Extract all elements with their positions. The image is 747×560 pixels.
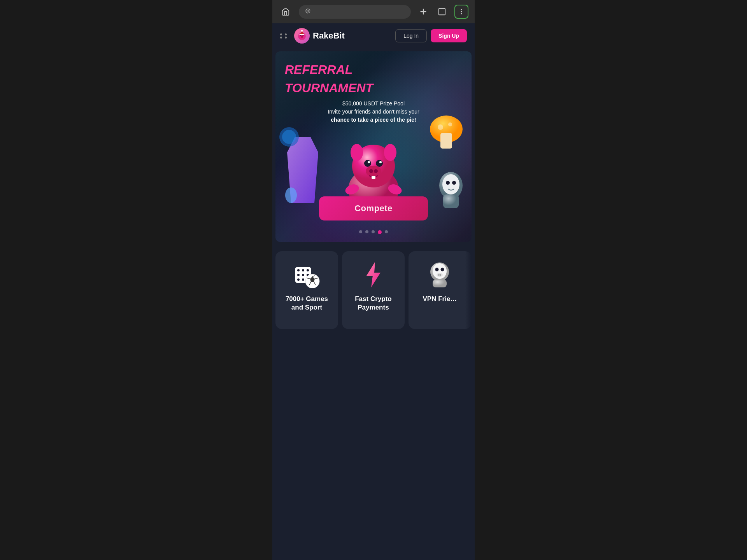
svg-point-56 [297,278,300,281]
add-tab-button[interactable] [417,5,430,18]
svg-point-69 [435,268,439,271]
compete-button[interactable]: Compete [319,196,428,220]
svg-point-28 [368,161,370,163]
svg-point-32 [374,169,378,173]
feature-card-games[interactable]: 7000+ Games and Sport [275,251,338,329]
svg-point-72 [438,274,440,276]
carousel-dot-2[interactable] [365,230,368,233]
svg-point-54 [302,274,304,276]
robot-character [435,168,468,211]
carousel-dot-3[interactable] [372,230,375,233]
blob-decoration [277,125,301,149]
hero-title-line1: REFERRAL [285,63,462,77]
svg-rect-8 [439,9,445,15]
svg-point-11 [461,13,462,14]
carousel-dots [359,230,388,234]
svg-point-45 [452,181,456,185]
carousel-dot-5[interactable] [385,230,388,233]
svg-point-70 [441,268,444,271]
menu-dot [285,33,287,35]
svg-point-9 [461,9,462,10]
svg-point-57 [302,278,304,281]
site-header: RakeBit Log In Sign Up [272,23,475,48]
games-label: 7000+ Games and Sport [282,295,332,312]
svg-point-31 [369,169,373,173]
login-button[interactable]: Log In [395,29,427,42]
svg-point-43 [442,174,459,194]
browser-actions [417,5,468,19]
svg-point-10 [461,11,462,12]
feature-card-crypto[interactable]: Fast Crypto Payments [342,251,405,329]
svg-point-26 [364,160,371,167]
feature-card-vpn[interactable]: VPN Frie… [409,251,471,329]
header-buttons: Log In Sign Up [395,29,467,42]
signup-button[interactable]: Sign Up [431,29,467,42]
features-section: 7000+ Games and Sport [272,245,475,560]
carousel-dot-1[interactable] [359,230,362,233]
svg-point-29 [379,161,382,163]
browser-menu-button[interactable] [454,5,468,19]
svg-point-0 [306,9,310,13]
svg-marker-66 [366,262,381,287]
svg-rect-74 [433,280,447,287]
logo[interactable]: RakeBit [294,28,345,44]
header-left: RakeBit [280,28,345,44]
svg-point-51 [302,269,304,271]
svg-point-17 [301,37,302,37]
hero-prize-text: $50,000 USDT Prize Pool Invite your frie… [285,100,462,124]
svg-point-39 [438,124,443,130]
svg-rect-20 [300,34,305,35]
svg-point-53 [297,274,300,276]
svg-point-44 [446,181,450,185]
svg-point-21 [301,30,303,32]
svg-point-34 [351,144,363,161]
crypto-label: Fast Crypto Payments [348,295,398,312]
lightning-icon [359,261,387,289]
svg-rect-41 [440,133,452,149]
svg-point-52 [307,269,309,271]
svg-point-16 [301,36,303,38]
svg-point-73 [440,274,441,276]
svg-point-35 [384,144,396,161]
svg-point-1 [307,10,309,12]
menu-dot [285,37,287,38]
address-bar[interactable] [299,5,411,19]
browser-chrome [272,0,475,23]
games-icon [293,261,321,289]
svg-point-27 [376,160,383,167]
website-content: RakeBit Log In Sign Up REFERRAL TOURNAME… [272,23,475,560]
carousel-dot-4[interactable] [378,230,382,234]
hero-banner: REFERRAL TOURNAMENT $50,000 USDT Prize P… [275,51,472,242]
hero-characters [275,110,472,211]
svg-point-18 [302,37,303,37]
svg-point-23 [285,187,297,203]
svg-point-48 [282,130,296,144]
hamburger-menu[interactable] [280,33,288,38]
vpn-label: VPN Frie… [423,295,457,303]
tabs-button[interactable] [436,5,448,18]
menu-dot [280,37,282,38]
svg-rect-46 [443,194,459,208]
hero-title-line2: TOURNAMENT [285,81,462,95]
logo-icon [294,28,310,44]
partial-overlay [465,251,471,329]
svg-rect-33 [372,176,375,179]
features-grid: 7000+ Games and Sport [275,251,472,329]
hero-content: REFERRAL TOURNAMENT $50,000 USDT Prize P… [275,51,472,124]
logo-text: RakeBit [313,31,345,41]
vpn-icon [426,261,454,289]
svg-point-30 [366,166,381,177]
svg-point-50 [297,269,300,271]
menu-dot [280,33,282,35]
address-bar-icon [305,8,311,16]
browser-home-button[interactable] [279,5,293,19]
